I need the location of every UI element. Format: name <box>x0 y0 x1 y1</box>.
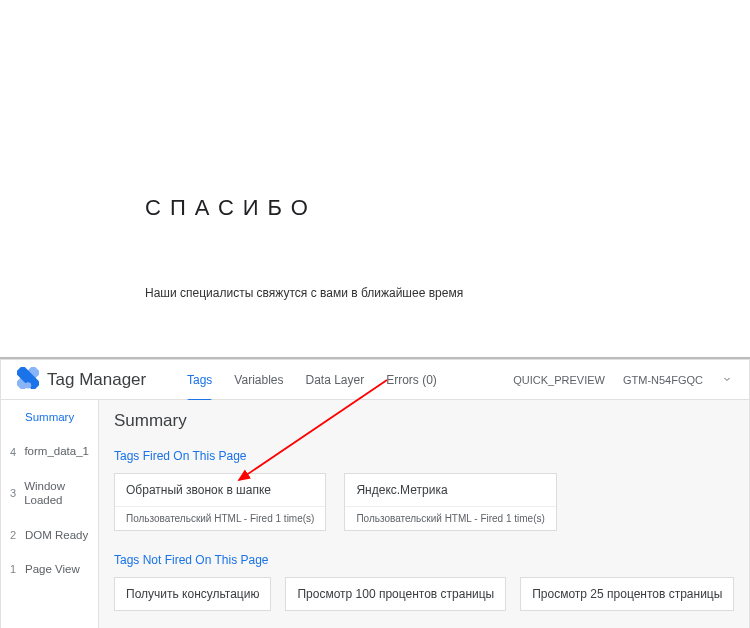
tag-manager-icon <box>17 367 39 393</box>
container-id: GTM-N54FGQC <box>623 374 703 386</box>
tag-card[interactable]: Яндекс.Метрика Пользовательский HTML - F… <box>344 473 556 531</box>
sidebar-num: 1 <box>10 563 17 575</box>
gtm-sidebar: Summary 4 form_data_1 3 Window Loaded 2 … <box>1 400 99 628</box>
tag-card-title: Просмотр 100 процентов страницы <box>286 578 505 610</box>
gtm-main: Summary Tags Fired On This Page Обратный… <box>99 400 749 628</box>
tag-card-title: Яндекс.Метрика <box>345 474 555 506</box>
tag-card[interactable]: Получить консультацию <box>114 577 271 611</box>
tag-card[interactable]: Обратный звонок в шапке Пользовательский… <box>114 473 326 531</box>
gtm-preview-panel: Tag Manager Tags Variables Data Layer Er… <box>0 359 750 628</box>
tag-card-title: Обратный звонок в шапке <box>115 474 325 506</box>
sidebar-item-label: Window Loaded <box>24 479 89 508</box>
not-fired-section-title: Tags Not Fired On This Page <box>114 553 734 567</box>
tab-data-layer[interactable]: Data Layer <box>306 360 365 400</box>
sidebar-item-label: Page View <box>25 562 80 576</box>
gtm-header-right: QUICK_PREVIEW GTM-N54FGQC <box>513 373 733 387</box>
tag-card-sub: Пользовательский HTML - Fired 1 time(s) <box>115 506 325 530</box>
thankyou-subtext: Наши специалисты свяжутся с вами в ближа… <box>145 286 750 300</box>
sidebar-item-event[interactable]: 4 form_data_1 <box>1 434 98 468</box>
sidebar-num: 2 <box>10 529 17 541</box>
tab-tags[interactable]: Tags <box>187 360 212 400</box>
tab-variables[interactable]: Variables <box>234 360 283 400</box>
sidebar-item-event[interactable]: 3 Window Loaded <box>1 469 98 518</box>
sidebar-num: 4 <box>10 446 16 458</box>
thankyou-heading: СПАСИБО <box>145 195 750 221</box>
fired-section-title: Tags Fired On This Page <box>114 449 734 463</box>
svg-point-2 <box>25 382 31 388</box>
gtm-tabs: Tags Variables Data Layer Errors (0) <box>187 360 437 400</box>
env-label: QUICK_PREVIEW <box>513 374 605 386</box>
sidebar-item-label: form_data_1 <box>24 444 89 458</box>
page-content-area: СПАСИБО Наши специалисты свяжутся с вами… <box>0 0 750 357</box>
gtm-header: Tag Manager Tags Variables Data Layer Er… <box>1 360 749 400</box>
tag-card-title: Получить консультацию <box>115 578 270 610</box>
sidebar-num: 3 <box>10 487 16 499</box>
chevron-down-icon[interactable] <box>721 373 733 387</box>
gtm-title: Tag Manager <box>47 370 167 390</box>
sidebar-item-summary[interactable]: Summary <box>1 400 98 434</box>
tag-card-title: Просмотр 25 процентов страницы <box>521 578 733 610</box>
gtm-body: Summary 4 form_data_1 3 Window Loaded 2 … <box>1 400 749 628</box>
main-title: Summary <box>114 411 734 431</box>
not-fired-tags-list: Получить консультацию Просмотр 100 проце… <box>114 577 734 611</box>
sidebar-item-label: DOM Ready <box>25 528 88 542</box>
tag-card[interactable]: Просмотр 100 процентов страницы <box>285 577 506 611</box>
tag-card[interactable]: Просмотр 25 процентов страницы <box>520 577 734 611</box>
sidebar-item-label: Summary <box>25 410 74 424</box>
fired-tags-list: Обратный звонок в шапке Пользовательский… <box>114 473 734 531</box>
tag-card-sub: Пользовательский HTML - Fired 1 time(s) <box>345 506 555 530</box>
sidebar-item-event[interactable]: 2 DOM Ready <box>1 518 98 552</box>
sidebar-item-event[interactable]: 1 Page View <box>1 552 98 586</box>
tab-errors[interactable]: Errors (0) <box>386 360 437 400</box>
